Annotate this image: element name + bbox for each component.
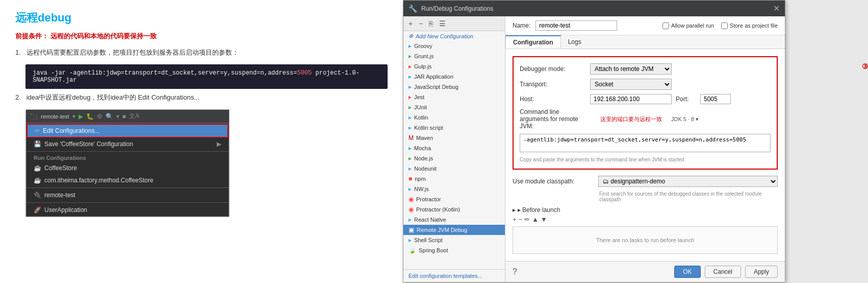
groovy-label: Groovy <box>414 43 432 49</box>
allow-parallel-label[interactable]: Allow parallel run <box>662 22 714 29</box>
user-app-icon: 🚀 <box>34 206 41 214</box>
before-launch-remove-btn[interactable]: − <box>519 216 523 223</box>
before-launch-up-btn[interactable]: ▲ <box>532 216 539 223</box>
groovy-item[interactable]: ▸Groovy <box>403 41 505 51</box>
precondition: 前提条件： 远程的代码和本地的代码要保持一致 <box>15 32 388 41</box>
add-config-button[interactable]: + <box>406 18 415 29</box>
tab-logs[interactable]: Logs <box>561 35 589 49</box>
nodeunit-label: Nodeunit <box>414 166 437 172</box>
maven-item[interactable]: MMaven <box>403 133 505 143</box>
spring-boot-label: Spring Boot <box>419 247 448 253</box>
module-classpath-select[interactable]: 🗂 designpattern-demo <box>598 176 778 187</box>
module-classpath-row: Use module classpath: 🗂 designpattern-de… <box>513 176 778 187</box>
jar-app-label: JAR Application <box>414 74 453 80</box>
tab-configuration[interactable]: Configuration <box>505 35 561 49</box>
menu-divider2 <box>27 187 228 188</box>
junit-item[interactable]: ▸JUnit <box>403 102 505 112</box>
apply-button[interactable]: Apply <box>745 266 778 278</box>
transport-select[interactable]: Socket <box>590 79 672 90</box>
nodejs-label: Node.js <box>414 155 433 161</box>
remote-jvm-label: Remote JVM Debug <box>417 227 467 233</box>
arrow-icon: ▶ <box>217 140 221 148</box>
checkbox-row: Allow parallel run Store as project file <box>662 22 778 29</box>
jar-app-item[interactable]: ▸JAR Application <box>403 72 505 82</box>
left-panel: 远程debug 前提条件： 远程的代码和本地的代码要保持一致 1. 远程代码需要… <box>0 0 403 283</box>
spring-boot-item[interactable]: 🍃Spring Boot <box>403 245 505 255</box>
remove-config-button[interactable]: − <box>417 18 425 29</box>
store-as-project-label[interactable]: Store as project file <box>721 22 778 29</box>
allow-parallel-checkbox[interactable] <box>662 22 669 29</box>
mocha-item[interactable]: ▸Mocha <box>403 143 505 153</box>
edit-configurations-item[interactable]: ✏ Edit Configurations... <box>27 124 228 138</box>
remote-jvm-icon: ▣ <box>409 226 414 233</box>
ok-button[interactable]: OK <box>674 266 700 278</box>
add-new-config-label: Add New Configuration <box>416 33 473 39</box>
remote-jvm-debug-item[interactable]: ▣ Remote JVM Debug ② <box>403 225 505 235</box>
mocha-icon: ▸ <box>409 145 412 152</box>
before-launch-text: ▸ Before launch <box>518 206 560 214</box>
save-configuration-item[interactable]: 💾 Save 'CoffeeStore' Configuration ▶ <box>27 138 228 150</box>
run-config-icon: ⬛ <box>30 113 38 120</box>
name-input[interactable] <box>535 20 617 31</box>
nodeunit-item[interactable]: ▸Nodeunit <box>403 163 505 174</box>
remote-test-item[interactable]: 🔌 remote-test <box>27 189 228 201</box>
add-new-config-item[interactable]: ⊕ Add New Configuration <box>403 31 505 41</box>
dialog-titlebar: 🔧 Run/Debug Configurations ✕ <box>403 1 785 16</box>
coffestore-factory-item[interactable]: ☕ com.itheima.factory.method.CoffeeStore <box>27 174 228 186</box>
kotlin-script-item[interactable]: ▸Kotlin script <box>403 123 505 133</box>
protractor-item[interactable]: ◉Protractor <box>403 194 505 204</box>
dialog-title-icon: 🔧 <box>409 5 417 13</box>
coffestore-item[interactable]: ☕ CoffeeStore <box>27 162 228 174</box>
js-debug-item[interactable]: ▸JavaScript Debug <box>403 82 505 92</box>
before-launch-down-btn[interactable]: ▼ <box>541 216 547 223</box>
jest-item[interactable]: ▸Jest <box>403 92 505 102</box>
dialog-body: + − ⎘ ☰ ⊕ Add New Configuration ▸Groovy … <box>403 16 785 282</box>
protractor-icon: ◉ <box>409 196 414 203</box>
nwjs-icon: ▸ <box>409 185 412 193</box>
user-application-item[interactable]: 🚀 UserApplication <box>27 204 228 216</box>
help-button[interactable]: ? <box>513 267 517 276</box>
host-input[interactable] <box>590 94 672 104</box>
precondition-prefix: 前提条件： <box>15 32 48 40</box>
jest-label: Jest <box>414 94 424 100</box>
coffee-icon: ☕ <box>34 164 41 172</box>
port-input[interactable] <box>700 94 731 104</box>
spring-icon: 🍃 <box>409 247 416 254</box>
react-native-item[interactable]: ▸React Native <box>403 215 505 225</box>
run-debug-dialog: 🔧 Run/Debug Configurations ✕ + − ⎘ ☰ ⊕ A… <box>403 0 785 282</box>
config-section-wrapper: ③ Debugger mode: Attach to remote JVM Tr… <box>513 56 778 170</box>
debugger-mode-select[interactable]: Attach to remote JVM <box>590 63 672 75</box>
edit-config-templates-link[interactable]: Edit configuration templates... <box>403 269 505 282</box>
before-launch-toolbar: + − ✏ ▲ ▼ <box>513 216 778 223</box>
dialog-title: Run/Debug Configurations <box>421 5 493 12</box>
copy-config-button[interactable]: ⎘ <box>427 18 435 29</box>
precondition-text: 远程的代码和本地的代码要保持一致 <box>50 32 157 40</box>
groovy-icon: ▸ <box>409 42 412 50</box>
gulpjs-item[interactable]: ▸Gulp.js <box>403 61 505 72</box>
profiler-icon: 🔍 <box>106 113 113 120</box>
npm-item[interactable]: ■npm <box>403 174 505 184</box>
before-launch-add-btn[interactable]: + <box>513 216 517 223</box>
ide-screenshot: ⬛ remote-test ▾ ▶ 🐛 ⚙ 🔍 ▾ ■ 文A ✏ Edit Co… <box>25 109 229 217</box>
sort-config-button[interactable]: ☰ <box>437 18 448 29</box>
jest-icon: ▸ <box>409 93 412 101</box>
shell-script-item[interactable]: ▸Shell Script <box>403 235 505 245</box>
copy-paste-hint: Copy and paste the arguments to the comm… <box>520 157 771 162</box>
dialog-main: Name: Allow parallel run Store as projec… <box>505 16 785 282</box>
cancel-button[interactable]: Cancel <box>705 266 741 278</box>
gruntjs-item[interactable]: ▸Grunt.js <box>403 51 505 61</box>
protractor-kotlin-item[interactable]: ◉Protractor (Kotlin) <box>403 204 505 215</box>
maven-label: Maven <box>416 135 433 141</box>
dialog-close-button[interactable]: ✕ <box>773 4 780 13</box>
kotlin-item[interactable]: ▸Kotlin <box>403 112 505 123</box>
before-launch-edit-btn[interactable]: ✏ <box>524 216 530 223</box>
code-block: java -jar -agentlib:jdwp=transport=dt_so… <box>25 64 388 89</box>
store-as-project-checkbox[interactable] <box>721 22 728 29</box>
nwjs-item[interactable]: ▸NW.js <box>403 184 505 194</box>
nodejs-item[interactable]: ▸Node.js <box>403 153 505 163</box>
remote-test-label: remote-test <box>44 192 75 199</box>
cmd-args-textarea[interactable]: -agentlib:jdwp=transport=dt_socket,serve… <box>520 134 771 152</box>
dialog-footer: ? OK Cancel Apply <box>505 261 785 282</box>
protractor-label: Protractor <box>416 196 441 202</box>
before-launch-section: ▸ ▸ Before launch + − ✏ ▲ ▼ There are no… <box>513 206 778 254</box>
